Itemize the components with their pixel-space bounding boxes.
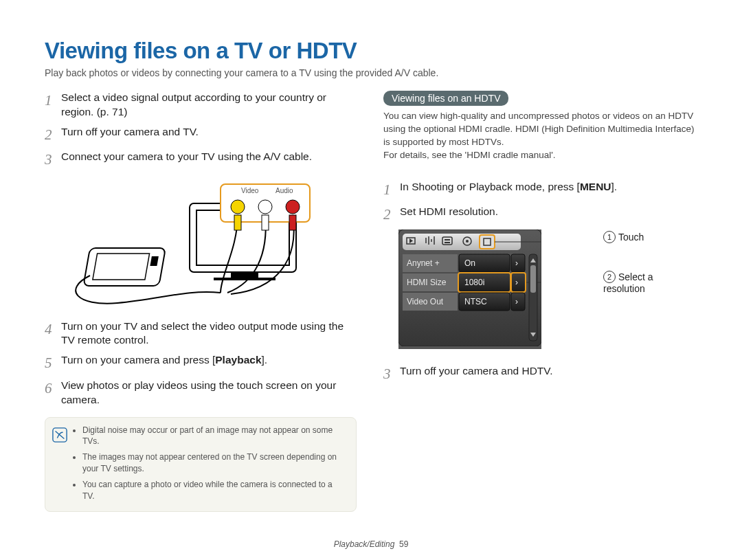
svg-text:›: › [515,258,518,268]
r-step-3: 3Turn off your camera and HDTV. [383,364,697,383]
step-5: 5Turn on your camera and press [Playback… [45,353,359,372]
svg-text:›: › [515,278,518,287]
svg-rect-12 [262,215,269,230]
step-1: 1Select a video signal output according … [45,91,359,120]
svg-rect-20 [445,239,450,240]
svg-point-9 [258,200,272,214]
menu-row-2-label: HDMI Size [407,278,447,287]
note-icon [52,427,67,443]
svg-point-8 [231,200,245,214]
step-2: 2Turn off your camera and TV. [45,125,359,144]
callout-select-resolution: 2Select a resolution [603,271,697,294]
menu-row-3-value: NTSC [464,297,487,306]
tip-box: Digital noise may occur or part of an im… [45,417,357,513]
menu-row-3-label: Video Out [407,297,444,306]
menu-row-2-value: 1080i [464,278,484,287]
svg-rect-5 [93,254,150,280]
tip-2: The images may not appear centered on th… [82,451,346,475]
step-6: 6View photos or play videos using the to… [45,379,359,407]
step-4: 4Turn on your TV and select the video ou… [45,320,359,348]
audio-label: Audio [276,187,293,194]
av-connection-diagram: Video Audio [49,179,359,310]
menu-row-1-label: Anynet + [407,258,440,268]
svg-rect-13 [289,215,296,230]
camera-menu-screenshot: Anynet + On › HDMI Size 1080i › [398,229,541,349]
menu-row-1-value: On [464,258,475,268]
page-title: Viewing files on a TV or HDTV [45,38,697,64]
svg-rect-2 [231,272,258,278]
svg-point-23 [466,240,469,243]
tip-3: You can capture a photo or video while t… [82,479,346,502]
hdtv-heading-pill: Viewing files on an HDTV [383,91,508,106]
step-3: 3Connect your camera to your TV using th… [45,150,359,169]
page-footer: Playback/Editing 59 [0,539,742,549]
svg-rect-33 [511,273,526,292]
svg-rect-43 [530,265,536,293]
callout-touch: 1Touch [603,231,697,243]
r-step-2: 2Set HDMI resolution. [383,205,697,224]
svg-text:›: › [515,297,518,306]
svg-rect-21 [445,242,450,243]
svg-rect-29 [511,254,525,272]
video-label: Video [241,187,259,194]
svg-rect-38 [511,293,525,311]
r-step-1: 1In Shooting or Playback mode, press [ME… [383,180,697,199]
svg-rect-24 [480,235,495,249]
hdtv-paragraph: You can view high-quality and uncompress… [383,110,697,162]
tip-1: Digital noise may occur or part of an im… [82,425,346,448]
svg-rect-11 [234,215,241,230]
svg-point-10 [286,200,300,214]
intro-text: Play back photos or videos by connecting… [45,67,697,78]
